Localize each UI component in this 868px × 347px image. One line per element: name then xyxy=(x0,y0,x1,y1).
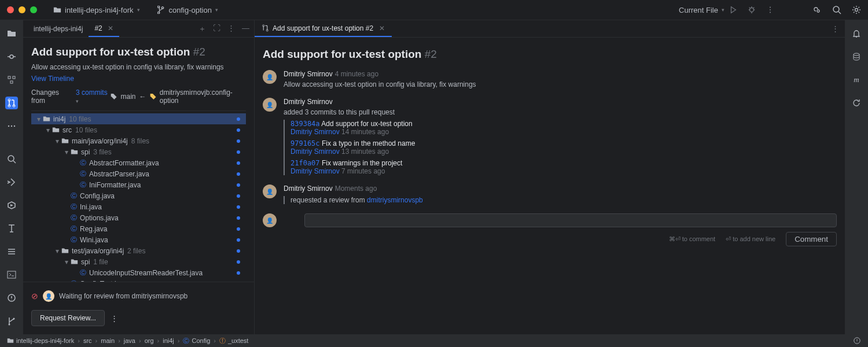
file-tree-row[interactable]: ⒸIniFormatter.java xyxy=(31,179,246,190)
breadcrumb-item[interactable]: ini4j xyxy=(163,337,174,344)
structure-tool-icon[interactable] xyxy=(5,73,18,86)
problems-tool-icon[interactable] xyxy=(5,291,18,304)
file-tree-row[interactable]: ▾ini4j10 files xyxy=(31,113,246,124)
minimize-icon[interactable]: — xyxy=(242,24,249,34)
database-icon[interactable] xyxy=(850,50,863,63)
tag-icon xyxy=(150,93,156,100)
commit-tool-icon[interactable] xyxy=(5,50,18,63)
debug-icon[interactable] xyxy=(748,6,756,14)
request-review-button[interactable]: Request Review... xyxy=(31,310,105,326)
user-avatar: 👤 xyxy=(263,70,277,84)
chevron-down-icon: ▾ xyxy=(137,7,140,13)
view-timeline-link[interactable]: View Timeline xyxy=(31,75,246,83)
window-controls xyxy=(7,6,37,13)
breadcrumb-class[interactable]: Ⓒ Config xyxy=(183,337,210,345)
svg-point-13 xyxy=(8,125,9,127)
right-toolbar: m xyxy=(845,20,868,334)
file-tree-row[interactable]: ▾src10 files xyxy=(31,124,246,135)
search-icon[interactable] xyxy=(832,5,841,14)
review-footer: ⊘ 👤 Waiting for review from dmitriysmirn… xyxy=(23,282,254,334)
close-icon[interactable]: ✕ xyxy=(379,24,385,32)
minimize-window-icon[interactable] xyxy=(19,6,25,13)
chevron-down-icon: ▾ xyxy=(215,7,218,13)
file-tree-row[interactable]: ⒸOptions.java xyxy=(31,212,246,223)
svg-point-4 xyxy=(833,6,839,12)
more-icon[interactable]: ⋮ xyxy=(832,24,839,33)
file-tree-row[interactable]: ⒸAbstractFormatter.java xyxy=(31,157,246,168)
file-tree-row[interactable]: ⒸReg.java xyxy=(31,223,246,234)
changes-row: Changes from 3 commits ▾ main ← dmitriys… xyxy=(31,83,246,111)
pull-requests-tool-icon[interactable] xyxy=(5,97,18,109)
run-icon[interactable] xyxy=(729,6,737,14)
svg-rect-8 xyxy=(13,76,15,79)
file-tree-row[interactable]: ▾test/java/org/ini4j2 files xyxy=(31,245,246,256)
maven-icon[interactable]: m xyxy=(850,73,863,86)
svg-point-0 xyxy=(750,8,754,12)
file-tree-row[interactable]: ⒸWini.java xyxy=(31,234,246,245)
file-tree-row[interactable]: ▾spi3 files xyxy=(31,146,246,157)
vcs-tool-icon[interactable] xyxy=(5,315,18,327)
file-tree-row[interactable]: ⒸIni.java xyxy=(31,201,246,212)
panel-tabs: intellij-deps-ini4j #2✕ ＋ ⛶ ⋮ — xyxy=(23,20,254,38)
comment-input[interactable] xyxy=(304,213,837,227)
svg-point-16 xyxy=(8,156,14,161)
add-icon[interactable]: ＋ xyxy=(198,24,206,34)
terminal-tool-icon[interactable] xyxy=(5,268,18,281)
left-toolbar xyxy=(0,20,23,334)
comment-button[interactable]: Comment xyxy=(786,232,837,246)
maximize-window-icon[interactable] xyxy=(30,6,37,13)
file-tree-row[interactable]: ⒸConfig.java xyxy=(31,190,246,201)
build-tool-icon[interactable] xyxy=(5,222,18,235)
svg-point-5 xyxy=(855,9,858,12)
tab-pr[interactable]: #2✕ xyxy=(89,21,119,37)
find-tool-icon[interactable] xyxy=(5,153,18,165)
settings-icon[interactable] xyxy=(852,5,861,14)
notifications-icon[interactable] xyxy=(850,27,863,40)
hint-comment: ⌘⏎ to comment xyxy=(669,235,716,243)
status-info-icon[interactable] xyxy=(853,337,861,345)
breadcrumb-item[interactable]: src xyxy=(83,337,92,344)
close-window-icon[interactable] xyxy=(7,6,14,13)
folder-icon xyxy=(53,6,61,14)
svg-point-23 xyxy=(854,53,859,56)
breadcrumb-field[interactable]: ⓕ _uxtest xyxy=(219,337,248,345)
file-tree-row[interactable]: ⒸUnicodeInputStreamReaderTest.java xyxy=(31,267,246,278)
user-avatar: 👤 xyxy=(263,184,277,198)
project-tool-icon[interactable] xyxy=(5,27,18,40)
project-selector[interactable]: intellij-deps-ini4j-fork ▾ xyxy=(49,3,145,17)
svg-point-2 xyxy=(770,9,771,10)
more-icon[interactable]: ⋮ xyxy=(111,314,118,323)
timeline-item: 👤Dmitriy Smirnov4 minutes agoAllow acces… xyxy=(263,70,837,88)
expand-icon[interactable]: ⛶ xyxy=(213,24,220,34)
hint-newline: ⏎ to add new line xyxy=(726,235,775,243)
tab-project[interactable]: intellij-deps-ini4j xyxy=(28,21,89,36)
todo-tool-icon[interactable] xyxy=(5,245,18,258)
more-icon[interactable]: ⋮ xyxy=(227,24,235,34)
more-icon[interactable] xyxy=(766,6,774,14)
run-config-label: Current File xyxy=(679,6,718,14)
run-config-selector[interactable]: Current File ▾ xyxy=(674,3,729,17)
file-tree-row[interactable]: ⒸConfigTest.java xyxy=(31,278,246,282)
services-tool-icon[interactable] xyxy=(5,199,18,212)
pr-title: Add support for ux-test option #2 xyxy=(31,46,246,58)
file-tree-row[interactable]: ⒸAbstractParser.java xyxy=(31,168,246,179)
breadcrumb-item[interactable]: java xyxy=(124,337,135,344)
commits-count-link[interactable]: 3 commits ▾ xyxy=(76,88,111,105)
close-icon[interactable]: ✕ xyxy=(108,24,113,32)
breadcrumb-item[interactable]: main xyxy=(101,337,115,344)
file-tree-row[interactable]: ▾spi1 file xyxy=(31,256,246,267)
branch-comparison: main ← dmitriysmirnovjb:config-option xyxy=(111,88,246,105)
file-tree-row[interactable]: ▾main/java/org/ini4j8 files xyxy=(31,135,246,146)
waiting-text: Waiting for review from dmitriysmirnovsp… xyxy=(59,292,187,300)
more-tools-icon[interactable] xyxy=(5,120,18,132)
base-branch: main xyxy=(120,93,135,101)
refresh-icon[interactable] xyxy=(850,97,863,109)
folder-icon xyxy=(7,337,14,344)
breadcrumb-item[interactable]: org xyxy=(145,337,154,344)
tab-pr-details[interactable]: Add support for ux-test option #2 ✕ xyxy=(255,21,392,37)
code-with-me-icon[interactable] xyxy=(812,5,822,14)
breadcrumb-root[interactable]: intellij-deps-ini4j-fork xyxy=(7,337,74,344)
branch-selector[interactable]: config-option ▾ xyxy=(153,3,223,17)
status-bar: intellij-deps-ini4j-fork ›src ›main ›jav… xyxy=(0,334,868,347)
run-tool-icon[interactable] xyxy=(5,176,18,189)
